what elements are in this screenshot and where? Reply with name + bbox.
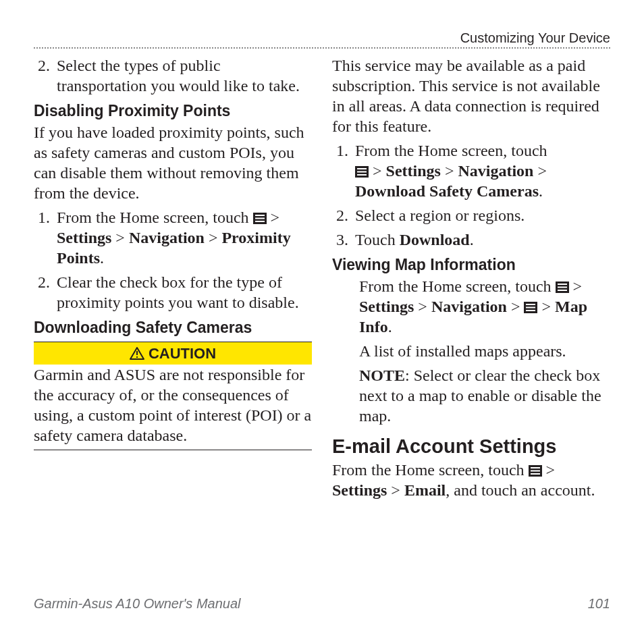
svg-rect-8 — [357, 168, 367, 169]
path-navigation: Navigation — [431, 298, 507, 315]
text: > — [271, 209, 280, 226]
step-body: Clear the check box for the type of prox… — [57, 272, 312, 313]
text: . — [470, 231, 474, 248]
proximity-steps: 1. From the Home screen, touch > Setting… — [34, 207, 312, 313]
path-navigation: Navigation — [129, 229, 205, 246]
heading-downloading-safety-cameras: Downloading Safety Cameras — [34, 318, 312, 338]
path-settings: Settings — [386, 162, 441, 180]
list-item: 3. Touch Download. — [332, 230, 610, 250]
separator: > — [511, 298, 525, 315]
left-column: 2. Select the types of public transporta… — [34, 55, 312, 504]
heading-email-account-settings: E-mail Account Settings — [332, 434, 610, 458]
svg-rect-16 — [526, 304, 535, 305]
path-download-safety-cameras: Download Safety Cameras — [355, 182, 539, 200]
text: Touch — [355, 231, 400, 248]
svg-rect-9 — [357, 171, 367, 173]
content-columns: 2. Select the types of public transporta… — [34, 55, 610, 504]
separator: > — [115, 229, 129, 246]
list-item: 2. Select the types of public transporta… — [34, 55, 312, 96]
map-note: NOTE: Select or clear the check box next… — [332, 365, 610, 426]
svg-rect-2 — [255, 217, 265, 219]
svg-rect-21 — [531, 471, 540, 472]
menu-icon — [556, 281, 569, 293]
text: . — [100, 249, 104, 267]
separator: > — [541, 298, 555, 315]
step-number: 2. — [34, 55, 57, 96]
step-body: Select a region or regions. — [355, 205, 610, 225]
chapter-header: Customizing Your Device — [34, 30, 610, 49]
list-item: 2. Select a region or regions. — [332, 205, 610, 225]
step-body: From the Home screen, touch > Settings >… — [355, 140, 610, 201]
warning-icon — [130, 347, 144, 360]
separator: > — [537, 162, 547, 180]
separator: > — [418, 298, 431, 315]
service-intro: This service may be available as a paid … — [332, 55, 610, 136]
svg-rect-13 — [558, 286, 567, 288]
text: > — [573, 277, 583, 295]
download-steps: 1. From the Home screen, touch > Setting… — [332, 140, 610, 250]
note-label: NOTE — [359, 367, 405, 384]
separator: > — [445, 162, 458, 180]
svg-rect-22 — [531, 473, 540, 475]
map-info-path: From the Home screen, touch > Settings >… — [332, 276, 610, 337]
path-settings: Settings — [359, 298, 414, 315]
svg-rect-14 — [558, 290, 567, 291]
path-settings: Settings — [57, 229, 111, 246]
step-number: 1. — [332, 140, 355, 201]
svg-rect-1 — [255, 215, 265, 216]
step-body: From the Home screen, touch > Settings >… — [57, 207, 312, 268]
map-list-note: A list of installed maps appears. — [332, 341, 610, 361]
text: From the Home screen, touch — [332, 461, 529, 479]
heading-disabling-proximity: Disabling Proximity Points — [34, 101, 312, 121]
svg-rect-17 — [526, 306, 535, 308]
step-body: Touch Download. — [355, 230, 610, 250]
path-download: Download — [400, 231, 470, 248]
step-number: 1. — [34, 207, 57, 268]
separator: > — [209, 229, 222, 246]
email-path: From the Home screen, touch > Settings >… — [332, 460, 610, 500]
menu-icon — [529, 465, 542, 477]
svg-rect-12 — [558, 284, 567, 285]
text: > — [546, 461, 556, 479]
caution-banner: CAUTION — [34, 342, 312, 365]
manual-page: Customizing Your Device 2. Select the ty… — [34, 30, 610, 614]
svg-rect-18 — [526, 310, 535, 311]
step-number: 2. — [34, 272, 57, 313]
step-body: Select the types of public transportatio… — [57, 55, 312, 96]
text: > — [373, 162, 386, 180]
page-footer: Garmin-Asus A10 Owner's Manual 101 — [34, 596, 610, 612]
menu-icon — [253, 213, 267, 224]
text: From the Home screen, touch — [355, 142, 547, 159]
caution-body: Garmin and ASUS are not responsible for … — [34, 365, 312, 450]
path-navigation: Navigation — [458, 162, 533, 180]
chapter-title: Customizing Your Device — [460, 30, 610, 45]
text: From the Home screen, touch — [359, 277, 556, 295]
heading-viewing-map-info: Viewing Map Information — [332, 255, 610, 275]
menu-icon — [355, 166, 369, 178]
right-column: This service may be available as a paid … — [332, 55, 610, 504]
svg-rect-5 — [136, 351, 138, 355]
list-item: 2. Clear the check box for the type of p… — [34, 272, 312, 313]
footer-page-number: 101 — [588, 596, 610, 612]
text: From the Home screen, touch — [57, 209, 253, 226]
proximity-intro: If you have loaded proximity points, suc… — [34, 122, 312, 203]
menu-icon — [524, 302, 537, 313]
transport-steps-continued: 2. Select the types of public transporta… — [34, 55, 312, 96]
path-settings: Settings — [332, 481, 387, 499]
list-item: 1. From the Home screen, touch > Setting… — [332, 140, 610, 201]
text: . — [388, 318, 392, 336]
svg-rect-20 — [531, 467, 540, 468]
svg-rect-6 — [136, 356, 138, 358]
text: , and touch an account. — [446, 481, 595, 499]
separator: > — [391, 481, 404, 499]
footer-title: Garmin-Asus A10 Owner's Manual — [34, 596, 241, 612]
list-item: 1. From the Home screen, touch > Setting… — [34, 207, 312, 268]
caution-label: CAUTION — [149, 344, 216, 363]
text: . — [539, 182, 543, 200]
step-number: 3. — [332, 230, 355, 250]
path-email: Email — [404, 481, 446, 499]
svg-rect-10 — [357, 174, 367, 176]
step-number: 2. — [332, 205, 355, 225]
svg-rect-3 — [255, 221, 265, 222]
